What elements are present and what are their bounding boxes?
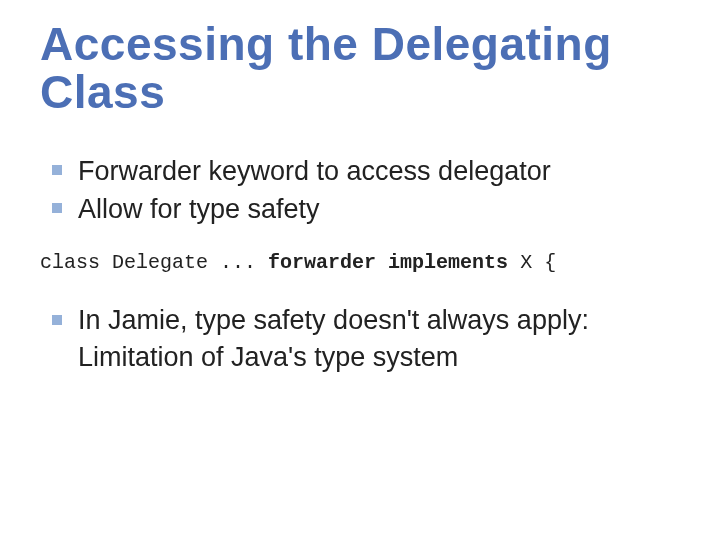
list-item: In Jamie, type safety doesn't always app… (40, 302, 680, 375)
list-item: Allow for type safety (40, 191, 680, 227)
list-item: Forwarder keyword to access delegator (40, 153, 680, 189)
bullet-list-bottom: In Jamie, type safety doesn't always app… (40, 302, 680, 375)
code-text: X { (508, 251, 556, 274)
code-text (376, 251, 388, 274)
code-keyword-implements: implements (388, 251, 508, 274)
code-text: class Delegate ... (40, 251, 268, 274)
code-keyword-forwarder: forwarder (268, 251, 376, 274)
bullet-list-top: Forwarder keyword to access delegator Al… (40, 153, 680, 228)
slide-title: Accessing the Delegating Class (40, 20, 680, 117)
slide: Accessing the Delegating Class Forwarder… (0, 0, 720, 540)
code-snippet: class Delegate ... forwarder implements … (40, 251, 680, 274)
